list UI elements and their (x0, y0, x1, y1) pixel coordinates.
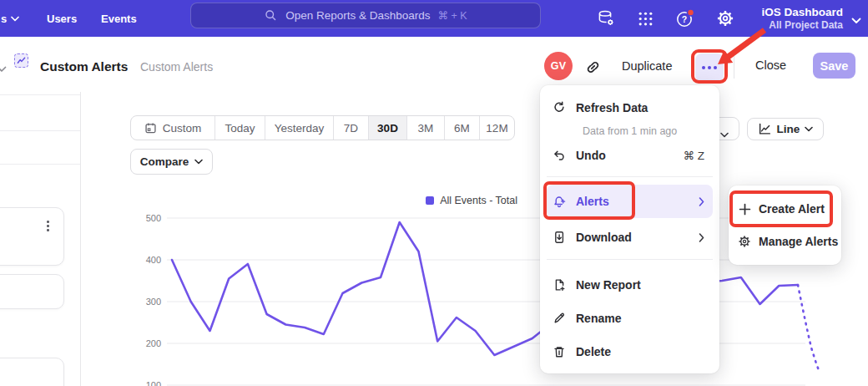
report-options-menu: Refresh Data Data from 1 min ago Undo ⌘ … (540, 85, 719, 373)
notification-dot (688, 9, 694, 16)
project-name: iOS Dashboard (761, 6, 843, 19)
legend-item[interactable]: All Events - Total (426, 195, 517, 206)
undo-icon (553, 149, 566, 162)
search-placeholder: Open Reports & Dashboards (285, 9, 430, 22)
trash-icon (553, 345, 566, 358)
menu-item-download[interactable]: Download (547, 221, 713, 253)
date-range-30d-selected[interactable]: 30D (369, 116, 407, 140)
chart-type-selector[interactable]: Line (747, 118, 824, 140)
card-kebab-menu-icon[interactable] (45, 219, 51, 233)
menu-item-alerts[interactable]: Alerts (547, 185, 713, 218)
project-chevron-down-icon[interactable] (851, 13, 861, 28)
pencil-icon (553, 312, 566, 325)
sidebar-card[interactable] (0, 274, 64, 309)
new-report-icon (553, 278, 566, 292)
chart-line-projection-dotted (798, 285, 820, 373)
y-tick-label: 500 (146, 213, 161, 223)
menu-item-new-report[interactable]: New Report (547, 269, 713, 301)
search-icon (264, 8, 278, 23)
alerts-submenu: Create Alert Manage Alerts (729, 185, 841, 265)
plus-icon (738, 202, 751, 216)
save-button[interactable]: Save (813, 53, 855, 79)
date-range-selector: Custom Today Yesterday 7D 30D 3M 6M 12M (130, 115, 515, 140)
search-input[interactable]: Open Reports & Dashboards ⌘ + K (190, 3, 541, 28)
date-range-7d[interactable]: 7D (334, 116, 369, 140)
y-tick-label: 400 (146, 255, 161, 265)
refresh-subtitle: Data from 1 min ago (583, 125, 677, 137)
menu-item-undo[interactable]: Undo ⌘ Z (547, 140, 713, 170)
nav-item-partial[interactable]: s (0, 0, 19, 37)
page-title: Custom Alerts (40, 59, 128, 74)
project-scope: All Project Data (769, 19, 843, 31)
app-root: s Users Events Open Reports & Dashboards… (0, 0, 868, 386)
undo-shortcut: ⌘ Z (684, 149, 705, 162)
date-range-yesterday[interactable]: Yesterday (265, 116, 334, 140)
top-nav-bar: s Users Events Open Reports & Dashboards… (0, 0, 868, 37)
menu-item-delete[interactable]: Delete (547, 336, 713, 368)
legend-swatch (426, 196, 434, 205)
avatar[interactable]: GV (544, 52, 573, 80)
date-range-today[interactable]: Today (215, 116, 265, 140)
svg-text:?: ? (682, 14, 687, 24)
submenu-item-create-alert[interactable]: Create Alert (734, 193, 836, 225)
nav-item-events[interactable]: Events (101, 0, 137, 37)
help-icon[interactable]: ? (673, 0, 698, 37)
date-range-custom[interactable]: Custom (131, 116, 215, 140)
close-button[interactable]: Close (755, 58, 786, 72)
chevron-right-icon (699, 197, 704, 206)
collapsed-panel-chevron-icon[interactable] (0, 61, 7, 76)
link-icon (584, 58, 602, 76)
y-tick-label: 300 (146, 297, 161, 307)
nav-item-partial-label: s (1, 13, 7, 25)
chevron-right-icon (699, 233, 704, 242)
download-icon (553, 231, 566, 244)
settings-gear-icon[interactable] (713, 0, 738, 37)
y-tick-label: 200 (146, 338, 161, 348)
sidebar-card[interactable] (0, 358, 64, 386)
left-sidebar (0, 92, 81, 386)
date-range-3m[interactable]: 3M (407, 116, 445, 140)
nav-item-users[interactable]: Users (47, 0, 77, 37)
search-shortcut: ⌘ + K (438, 9, 467, 22)
gear-icon (738, 235, 751, 248)
report-type-icon (14, 53, 28, 68)
menu-item-rename[interactable]: Rename (547, 302, 713, 334)
chevron-down-icon (11, 16, 19, 22)
date-range-6m[interactable]: 6M (445, 116, 480, 140)
legend-label: All Events - Total (440, 195, 517, 206)
chevron-down-icon (720, 126, 729, 141)
refresh-icon (553, 101, 566, 114)
sidebar-card[interactable] (0, 207, 64, 266)
compare-button[interactable]: Compare (130, 149, 213, 175)
project-switcher[interactable]: iOS Dashboard All Project Data (761, 0, 843, 37)
data-management-icon[interactable] (593, 0, 618, 37)
y-tick-label: 100 (146, 380, 161, 386)
more-options-button[interactable] (695, 53, 724, 82)
chevron-down-icon (805, 126, 813, 132)
apps-grid-icon[interactable] (633, 0, 658, 37)
copy-link-button[interactable] (583, 57, 603, 77)
calendar-icon (144, 122, 157, 135)
date-range-12m[interactable]: 12M (480, 116, 514, 140)
chevron-down-icon (194, 159, 203, 165)
submenu-item-manage-alerts[interactable]: Manage Alerts (734, 226, 836, 257)
menu-item-refresh-data[interactable]: Refresh Data Data from 1 min ago (547, 94, 713, 132)
breadcrumb: Custom Alerts (140, 60, 213, 74)
line-chart-icon (758, 122, 772, 136)
header-divider (734, 52, 734, 79)
report-header: Custom Alerts Custom Alerts GV Duplicate… (0, 37, 868, 92)
duplicate-button[interactable]: Duplicate (622, 59, 672, 73)
bell-plus-icon (553, 195, 566, 208)
